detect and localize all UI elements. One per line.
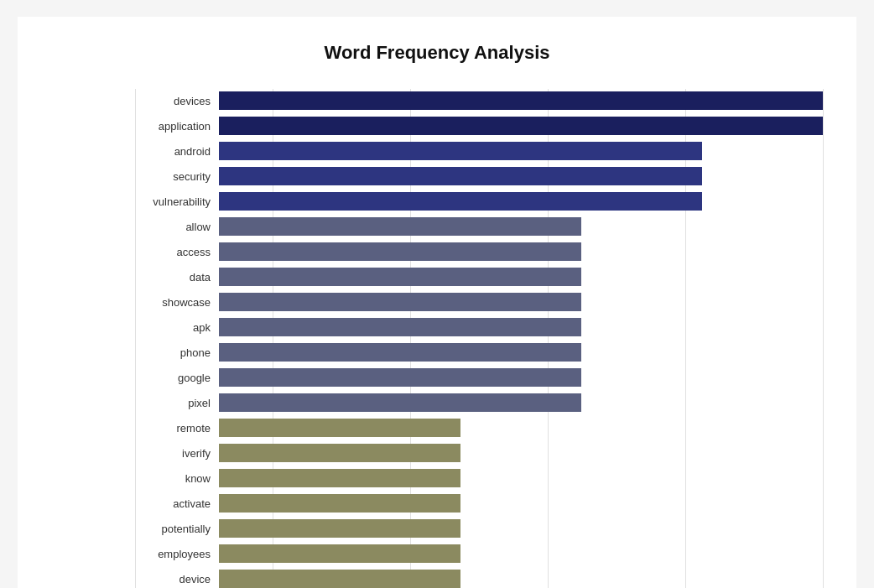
bar-label: phone [135,346,219,359]
bar-fill [219,142,702,160]
list-item: employees [135,542,823,565]
list-item: pixel [135,391,823,414]
bar-label: iverify [135,447,219,460]
bar-fill [219,393,581,412]
bar-label: google [135,372,219,384]
bar-fill [219,544,460,563]
bar-track [219,544,823,563]
bar-fill [219,293,581,311]
list-item: google [135,366,823,389]
bar-label: know [135,472,219,485]
bar-fill [219,469,460,487]
grid-line [685,89,686,588]
bar-label: security [135,170,219,183]
bar-track [219,142,823,160]
bar-track [219,519,823,538]
bar-fill [219,494,460,513]
bar-track [219,393,823,412]
list-item: know [135,466,823,490]
bar-label: devices [135,95,219,107]
bar-fill [219,519,460,538]
bar-label: access [135,246,219,258]
bar-track [219,368,823,387]
bar-fill [219,192,702,211]
bar-label: apk [135,321,219,334]
list-item: data [135,265,823,289]
bar-track [219,419,823,437]
list-item: apk [135,315,823,339]
bar-label: android [135,145,219,158]
list-item: vulnerability [135,190,823,213]
grid-line [410,89,411,588]
chart-container: Word Frequency Analysis devicesapplicati… [18,17,856,588]
bar-track [219,494,823,513]
bar-label: employees [135,548,219,560]
bar-track [219,268,823,286]
chart-title: Word Frequency Analysis [51,42,823,64]
bar-label: application [135,120,219,133]
bar-fill [219,444,460,462]
list-item: activate [135,492,823,515]
bar-label: pixel [135,397,219,409]
bar-track [219,217,823,236]
bar-label: potentially [135,523,219,535]
bar-fill [219,343,581,362]
bar-track [219,444,823,462]
list-item: security [135,164,823,188]
bar-fill [219,318,581,336]
bar-track [219,570,823,588]
bar-track [219,293,823,311]
bar-fill [219,91,823,110]
bar-track [219,318,823,336]
bar-track [219,167,823,185]
grid-line [548,89,549,588]
bar-track [219,343,823,362]
list-item: iverify [135,441,823,465]
bar-fill [219,167,702,185]
list-item: remote [135,416,823,440]
list-item: android [135,139,823,163]
bar-fill [219,368,581,387]
bar-label: activate [135,497,219,510]
bar-label: remote [135,422,219,434]
grid-line [135,89,136,588]
bar-label: showcase [135,296,219,309]
bar-label: device [135,573,219,585]
bar-track [219,242,823,261]
list-item: phone [135,341,823,364]
bar-track [219,91,823,110]
list-item: device [135,567,823,588]
bar-fill [219,268,581,286]
bar-track [219,469,823,487]
bar-fill [219,217,581,236]
bar-track [219,192,823,211]
bar-fill [219,570,460,588]
bar-fill [219,242,581,261]
list-item: devices [135,89,823,112]
list-item: potentially [135,517,823,540]
bar-label: vulnerability [135,195,219,208]
list-item: showcase [135,290,823,314]
bar-fill [219,419,460,437]
list-item: application [135,114,823,138]
list-item: access [135,240,823,263]
bar-label: allow [135,221,219,233]
grid-line [273,89,273,588]
bar-track [219,117,823,135]
grid-line [823,89,824,588]
list-item: allow [135,215,823,238]
bar-label: data [135,271,219,284]
bar-fill [219,117,823,135]
